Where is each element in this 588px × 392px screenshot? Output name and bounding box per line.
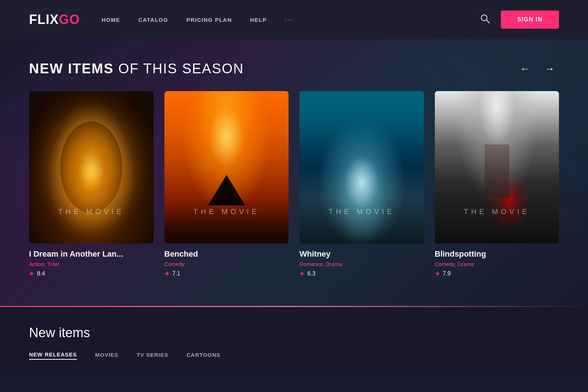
rating-value-2: 7.1 bbox=[172, 270, 180, 277]
card-genres-1: Action, Triler bbox=[29, 261, 154, 267]
star-icon-1: ★ bbox=[29, 270, 34, 277]
logo-flix: FLIX bbox=[29, 12, 59, 27]
card-title-1: I Dream in Another Lan... bbox=[29, 249, 154, 259]
card-title-3: Whitney bbox=[299, 249, 424, 259]
card-poster-4: THE MOVIE bbox=[435, 91, 559, 244]
header-left: FLIXGO HOME CATALOG PRICING PLAN HELP ··… bbox=[29, 12, 293, 27]
card-genres-4: Comedy, Drama bbox=[435, 261, 559, 267]
card-rating-2: ★ 7.1 bbox=[164, 270, 289, 277]
rating-value-1: 8.4 bbox=[37, 270, 45, 277]
nav: HOME CATALOG PRICING PLAN HELP ··· bbox=[102, 16, 293, 24]
card-rating-3: ★ 6.3 bbox=[299, 270, 424, 277]
section-title-bold: NEW ITEMS bbox=[29, 61, 114, 76]
movie-card-4[interactable]: THE MOVIE Blindspotting Comedy, Drama ★ … bbox=[435, 91, 559, 277]
poster-bg-2 bbox=[164, 91, 289, 244]
tab-movies[interactable]: MOVIES bbox=[95, 352, 118, 359]
rating-value-3: 6.3 bbox=[307, 270, 315, 277]
new-items-tabs: NEW RELEASES MOVIES TV SERIES CARTOONS bbox=[29, 351, 559, 360]
hero-section: NEW ITEMS OF THIS SEASON ← → THE MOVIE I… bbox=[0, 39, 588, 306]
star-icon-2: ★ bbox=[164, 270, 170, 277]
cards-grid: THE MOVIE I Dream in Another Lan... Acti… bbox=[29, 91, 559, 277]
card-title-4: Blindspotting bbox=[435, 249, 559, 259]
tab-new-releases[interactable]: NEW RELEASES bbox=[29, 351, 77, 360]
card-watermark-4: THE MOVIE bbox=[435, 208, 559, 216]
hero-section-header: NEW ITEMS OF THIS SEASON ← → bbox=[29, 61, 559, 77]
nav-help[interactable]: HELP bbox=[250, 17, 267, 23]
rating-value-4: 7.9 bbox=[443, 270, 451, 277]
card-watermark-3: THE MOVIE bbox=[299, 208, 424, 216]
tab-cartoons[interactable]: CARTOONS bbox=[187, 352, 221, 359]
search-button[interactable] bbox=[480, 13, 490, 26]
card-watermark-2: THE MOVIE bbox=[164, 208, 289, 216]
svg-line-1 bbox=[486, 20, 489, 23]
card-poster-2: THE MOVIE bbox=[164, 91, 289, 244]
header: FLIXGO HOME CATALOG PRICING PLAN HELP ··… bbox=[0, 0, 588, 39]
section-title: NEW ITEMS OF THIS SEASON bbox=[29, 61, 244, 77]
movie-card-3[interactable]: THE MOVIE Whitney Romance, Drama ★ 6.3 bbox=[299, 91, 424, 277]
logo-go: GO bbox=[59, 12, 80, 27]
section-title-light: OF THIS SEASON bbox=[114, 61, 244, 76]
new-items-section: New items NEW RELEASES MOVIES TV SERIES … bbox=[0, 307, 588, 374]
nav-arrows: ← → bbox=[515, 62, 559, 76]
card-genres-3: Romance, Drama bbox=[299, 261, 424, 267]
nav-pricing[interactable]: PRICING PLAN bbox=[186, 17, 232, 23]
movie-card-2[interactable]: THE MOVIE Benched Comedy ★ 7.1 bbox=[164, 91, 289, 277]
poster-bg-4 bbox=[435, 91, 559, 244]
search-icon bbox=[480, 13, 490, 24]
card-poster-3: THE MOVIE bbox=[299, 91, 424, 244]
star-icon-4: ★ bbox=[435, 270, 440, 277]
tab-tv-series[interactable]: TV SERIES bbox=[136, 352, 168, 359]
card-poster-1: THE MOVIE bbox=[29, 91, 154, 244]
poster-bg-3 bbox=[299, 91, 424, 244]
card-genres-2: Comedy bbox=[164, 261, 289, 267]
nav-more[interactable]: ··· bbox=[285, 16, 293, 24]
header-right: SIGN IN bbox=[480, 11, 559, 29]
nav-home[interactable]: HOME bbox=[102, 17, 120, 23]
card-rating-4: ★ 7.9 bbox=[435, 270, 559, 277]
signin-button[interactable]: SIGN IN bbox=[501, 11, 559, 29]
card-rating-1: ★ 8.4 bbox=[29, 270, 154, 277]
logo: FLIXGO bbox=[29, 12, 80, 27]
poster-bg-1 bbox=[29, 91, 154, 244]
card-watermark-1: THE MOVIE bbox=[29, 208, 154, 216]
nav-catalog[interactable]: CATALOG bbox=[138, 17, 168, 23]
movie-card-1[interactable]: THE MOVIE I Dream in Another Lan... Acti… bbox=[29, 91, 154, 277]
card-title-2: Benched bbox=[164, 249, 289, 259]
next-arrow-button[interactable]: → bbox=[540, 62, 559, 76]
star-icon-3: ★ bbox=[299, 270, 305, 277]
new-items-title: New items bbox=[29, 325, 559, 340]
prev-arrow-button[interactable]: ← bbox=[515, 62, 534, 76]
